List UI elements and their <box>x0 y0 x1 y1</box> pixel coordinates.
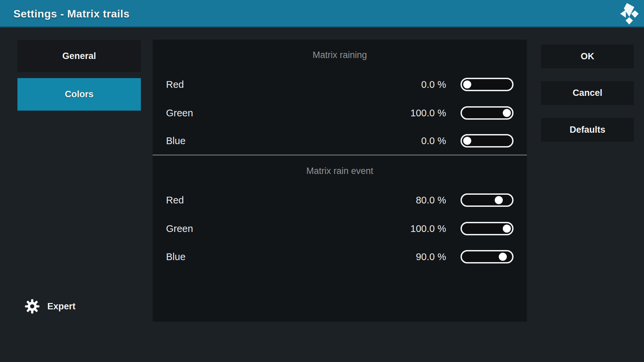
setting-value: 100.0 % <box>340 220 446 237</box>
defaults-button-label: Defaults <box>570 125 605 135</box>
setting-slider[interactable] <box>461 222 514 235</box>
setting-row-blue-2[interactable]: Blue 90.0 % <box>153 248 527 265</box>
slider-knob[interactable] <box>463 137 471 145</box>
setting-value: 100.0 % <box>340 104 446 122</box>
cancel-button-label: Cancel <box>573 88 602 98</box>
setting-label: Blue <box>166 248 185 265</box>
setting-slider[interactable] <box>461 193 514 207</box>
setting-value: 80.0 % <box>340 191 446 209</box>
setting-label: Green <box>166 104 193 122</box>
ok-button-label: OK <box>581 51 594 62</box>
setting-slider[interactable] <box>461 134 514 147</box>
setting-row-blue-1[interactable]: Blue 0.0 % <box>153 132 527 149</box>
setting-row-red-1[interactable]: Red 0.0 % <box>153 76 527 93</box>
setting-slider[interactable] <box>461 78 514 91</box>
setting-label: Green <box>166 220 193 237</box>
setting-label: Red <box>166 191 184 209</box>
section-divider <box>153 155 527 156</box>
setting-label: Red <box>166 76 184 93</box>
section-title: Matrix raining <box>153 46 527 64</box>
gear-icon <box>24 299 40 314</box>
setting-value: 90.0 % <box>340 248 446 265</box>
setting-value: 0.0 % <box>340 132 446 149</box>
settings-level-label: Expert <box>47 301 75 312</box>
setting-row-red-2[interactable]: Red 80.0 % <box>153 191 527 209</box>
section-title: Matrix rain event <box>153 162 527 180</box>
sidebar-item-label: Colors <box>65 89 94 100</box>
defaults-button[interactable]: Defaults <box>541 118 634 142</box>
title-bar: Settings - Matrix trails <box>0 0 644 27</box>
ok-button[interactable]: OK <box>541 45 634 68</box>
sidebar-item-colors[interactable]: Colors <box>17 78 141 111</box>
setting-slider[interactable] <box>461 250 514 263</box>
slider-knob[interactable] <box>503 225 511 233</box>
setting-value: 0.0 % <box>340 76 446 93</box>
sidebar-item-general[interactable]: General <box>17 40 141 72</box>
setting-label: Blue <box>166 132 185 149</box>
slider-knob[interactable] <box>495 196 503 204</box>
sidebar-item-label: General <box>62 51 96 61</box>
settings-panel: Matrix raining Red 0.0 % Green 100.0 % B… <box>153 40 527 322</box>
setting-row-green-1[interactable]: Green 100.0 % <box>153 104 527 122</box>
setting-row-green-2[interactable]: Green 100.0 % <box>153 220 527 237</box>
slider-knob[interactable] <box>463 80 471 88</box>
slider-knob[interactable] <box>503 109 511 117</box>
slider-knob[interactable] <box>499 253 507 261</box>
settings-level-toggle[interactable]: Expert <box>24 298 75 315</box>
setting-slider[interactable] <box>461 106 514 120</box>
kodi-logo-icon <box>620 3 639 25</box>
window-title: Settings - Matrix trails <box>13 0 129 27</box>
cancel-button[interactable]: Cancel <box>541 81 634 105</box>
